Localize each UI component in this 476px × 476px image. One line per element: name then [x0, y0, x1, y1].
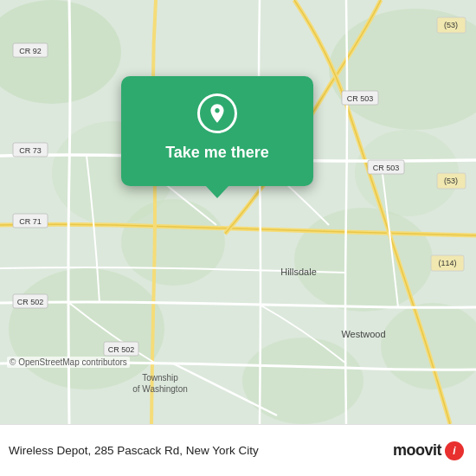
svg-text:Township: Township	[142, 373, 178, 383]
take-me-there-label: Take me there	[165, 144, 269, 162]
take-me-there-popup[interactable]: Take me there	[121, 76, 313, 186]
svg-text:(53): (53)	[444, 21, 458, 29]
svg-text:of Washington: of Washington	[132, 384, 188, 394]
svg-text:CR 503: CR 503	[373, 164, 400, 172]
svg-text:Westwood: Westwood	[341, 329, 385, 339]
svg-text:Hillsdale: Hillsdale	[280, 267, 317, 277]
svg-text:CR 502: CR 502	[17, 298, 44, 306]
svg-text:CR 71: CR 71	[19, 217, 42, 226]
moovit-dot-letter: i	[453, 446, 455, 456]
map-container: CR 92 CR 73 CR 71 CR 502 CR 502 CR 503 C…	[0, 0, 476, 424]
svg-text:CR 503: CR 503	[347, 94, 374, 103]
moovit-dot-icon: i	[445, 441, 464, 460]
svg-text:CR 73: CR 73	[19, 146, 42, 155]
svg-text:CR 502: CR 502	[108, 345, 135, 354]
svg-text:(114): (114)	[438, 259, 456, 267]
svg-text:CR 92: CR 92	[19, 47, 42, 55]
svg-text:(53): (53)	[444, 177, 458, 185]
moovit-wordmark: moovit	[393, 441, 441, 460]
location-pin-icon	[197, 93, 237, 133]
location-text: Wireless Depot, 285 Pascack Rd, New York…	[9, 444, 259, 457]
svg-point-3	[9, 268, 164, 389]
map-copyright: © OpenStreetMap contributors	[7, 357, 130, 368]
moovit-logo: moovit i	[393, 441, 464, 460]
bottom-bar: Wireless Depot, 285 Pascack Rd, New York…	[0, 424, 476, 476]
